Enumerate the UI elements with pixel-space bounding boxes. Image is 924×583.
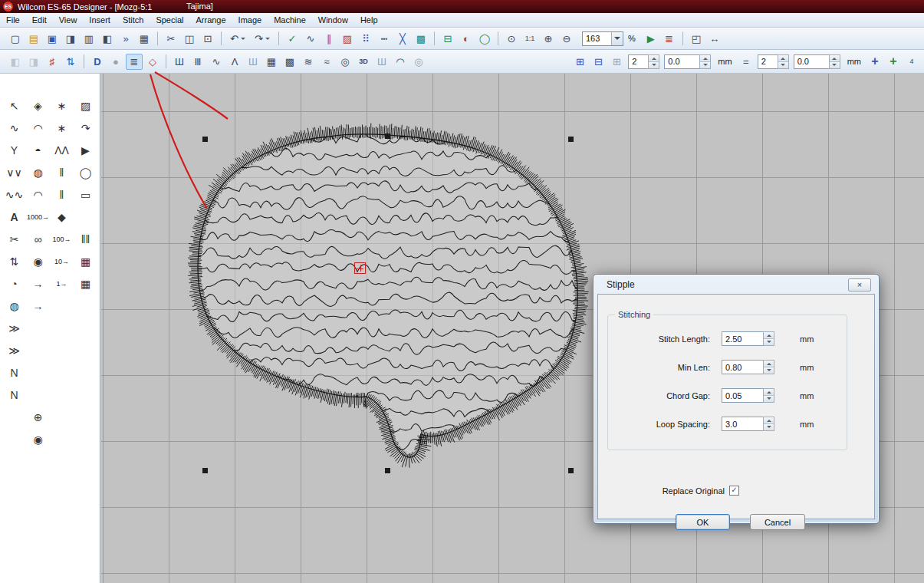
selection-handle[interactable] xyxy=(202,468,208,473)
hatch-tool[interactable]: ▨ xyxy=(74,94,97,117)
ok-button[interactable]: OK xyxy=(676,514,730,530)
wave-effect-icon[interactable]: ∿ xyxy=(208,54,225,70)
replace-original-checkbox[interactable]: ✓ xyxy=(729,486,739,496)
chord-gap-value[interactable]: 0.05 xyxy=(722,388,763,403)
properties-icon[interactable]: ◨ xyxy=(62,31,79,47)
spin-down-button[interactable] xyxy=(778,62,788,68)
guides-icon[interactable]: ⊞ xyxy=(608,54,625,70)
grid-b-tool[interactable]: ▦ xyxy=(74,272,97,295)
branch-tool[interactable]: Y xyxy=(2,139,26,161)
target-pink-tool[interactable]: ⊕ xyxy=(26,406,50,428)
updown-tool[interactable]: ⇅ xyxy=(2,250,26,272)
offset-icon[interactable]: = xyxy=(738,54,755,70)
spin-down-button[interactable] xyxy=(649,62,659,68)
secondary-offset-value[interactable]: 0.0 xyxy=(794,54,829,69)
ellipse-tool[interactable]: ◯ xyxy=(74,161,97,183)
color-film-icon[interactable]: ⊟ xyxy=(439,31,456,47)
trim-tool[interactable]: ◆ xyxy=(50,206,74,228)
prev-object-icon[interactable]: ◧ xyxy=(7,54,24,70)
zoom-out-icon[interactable]: ⊖ xyxy=(558,31,575,47)
spin-up-button[interactable] xyxy=(700,55,710,62)
stitch-length-value[interactable]: 2.50 xyxy=(722,331,763,346)
zoom-dropdown-button[interactable] xyxy=(611,32,623,45)
target-blue-tool[interactable]: ◉ xyxy=(26,428,50,450)
menu-item[interactable]: Edit xyxy=(26,13,53,28)
spin-up-button[interactable] xyxy=(764,389,774,396)
rectangle-tool[interactable]: ▭ xyxy=(74,183,97,206)
run-stitch-icon[interactable]: ∿ xyxy=(302,31,319,47)
zoom-1to1-icon[interactable]: 1:1 xyxy=(521,31,538,47)
outline-stitch-icon[interactable]: ┅ xyxy=(376,31,393,47)
resequence-icon[interactable]: ⇅ xyxy=(62,54,79,70)
center-design-icon[interactable]: + xyxy=(885,54,902,70)
menu-item[interactable]: Stitch xyxy=(117,13,150,28)
spin-up-button[interactable] xyxy=(764,361,774,367)
star-fill-tool[interactable]: ∗ xyxy=(50,117,74,139)
menu-item[interactable]: Window xyxy=(312,13,354,28)
next-object-icon[interactable]: ◨ xyxy=(25,54,42,70)
card-reader-icon[interactable]: ▦ xyxy=(136,31,153,47)
redo-icon[interactable]: ↷ xyxy=(251,31,274,47)
zoom-icon[interactable]: ⊙ xyxy=(503,31,520,47)
zoom-value[interactable]: 163 xyxy=(583,34,611,43)
threed-effect-icon[interactable]: 3D xyxy=(355,54,372,70)
color-blend-tool[interactable]: ∗ xyxy=(50,94,74,117)
select-tool[interactable]: ↖ xyxy=(2,94,26,117)
preset-100[interactable]: 100→ xyxy=(50,228,74,250)
drawing-mode-icon[interactable]: D xyxy=(89,54,106,70)
send-to-machine-icon[interactable]: » xyxy=(117,31,134,47)
grid-snap-icon[interactable]: ⊟ xyxy=(590,54,607,70)
stipple-outline-icon[interactable]: ◇ xyxy=(144,54,161,70)
spin-down-button[interactable] xyxy=(764,396,774,402)
grid-spacing-value[interactable]: 2 xyxy=(628,54,648,69)
satin-effect-icon[interactable]: Ш xyxy=(171,54,188,70)
open-zigzag-tool[interactable]: ∨∨ xyxy=(2,161,26,183)
menu-item[interactable]: File xyxy=(0,13,26,28)
satin-stitch-icon[interactable]: ∥ xyxy=(321,31,337,47)
min-len-value[interactable]: 0.80 xyxy=(722,360,763,374)
globe-tool[interactable]: ◍ xyxy=(26,161,50,183)
spin-up-button[interactable] xyxy=(764,332,774,339)
preset-10[interactable]: 10→ xyxy=(50,250,74,272)
menu-item[interactable]: Help xyxy=(354,13,384,28)
design-playback-icon[interactable]: ▶ xyxy=(643,31,659,47)
wave-column-tool[interactable]: ∿∿ xyxy=(2,183,26,206)
zipper-a-tool[interactable]: ≫ xyxy=(2,317,26,339)
florentine-icon[interactable]: ≋ xyxy=(300,54,317,70)
spin-down-button[interactable] xyxy=(830,62,840,68)
paste-icon[interactable]: ⊡ xyxy=(199,31,216,47)
selection-handle[interactable] xyxy=(385,468,390,473)
red-arrow-tool[interactable]: → xyxy=(26,295,50,317)
selection-handle[interactable] xyxy=(202,137,208,142)
column-pair-tool[interactable]: ‖‖ xyxy=(74,228,97,250)
lettering-tool[interactable]: A xyxy=(2,206,26,228)
pan-tool-icon[interactable]: + xyxy=(866,54,883,70)
ring-effect-icon[interactable]: ◎ xyxy=(410,54,427,70)
spin-down-button[interactable] xyxy=(764,424,774,430)
column-a-tool[interactable]: ‖ xyxy=(50,161,74,183)
spin-down-button[interactable] xyxy=(700,62,710,68)
zipper-b-tool[interactable]: ≫ xyxy=(2,339,26,361)
measure-icon[interactable]: ↔ xyxy=(706,31,723,47)
print-preview-icon[interactable]: ◧ xyxy=(99,31,116,47)
selection-handle[interactable] xyxy=(568,137,574,142)
spiral-icon[interactable]: ◎ xyxy=(337,54,353,70)
close-button[interactable]: × xyxy=(848,278,871,292)
title-bar[interactable]: ES Wilcom ES-65 Designer - [Mozg-5:1 Taj… xyxy=(0,0,924,13)
menu-item[interactable]: Machine xyxy=(268,13,312,28)
donut-tool[interactable]: ◍ xyxy=(2,295,26,317)
dome-gray-tool[interactable]: ◠ xyxy=(26,183,50,206)
overview-window-icon[interactable]: ◰ xyxy=(688,31,705,47)
stitch-edit-icon[interactable]: ♯ xyxy=(44,54,61,70)
reshape-tool[interactable]: ◈ xyxy=(26,94,50,117)
e-stitch-icon[interactable]: Ш xyxy=(245,54,261,70)
eye-tool[interactable]: ◉ xyxy=(26,250,50,272)
spin-up-button[interactable] xyxy=(778,55,788,62)
dash-arrow-tool[interactable]: → xyxy=(26,272,50,295)
spin-up-button[interactable] xyxy=(830,55,840,62)
fur-effect-icon[interactable]: Ш xyxy=(373,54,390,70)
cancel-button[interactable]: Cancel xyxy=(750,514,805,530)
menu-item[interactable]: Special xyxy=(150,13,189,28)
loop-spacing-value[interactable]: 3.0 xyxy=(722,417,763,431)
stitch-list-icon[interactable]: ≣ xyxy=(661,31,678,47)
